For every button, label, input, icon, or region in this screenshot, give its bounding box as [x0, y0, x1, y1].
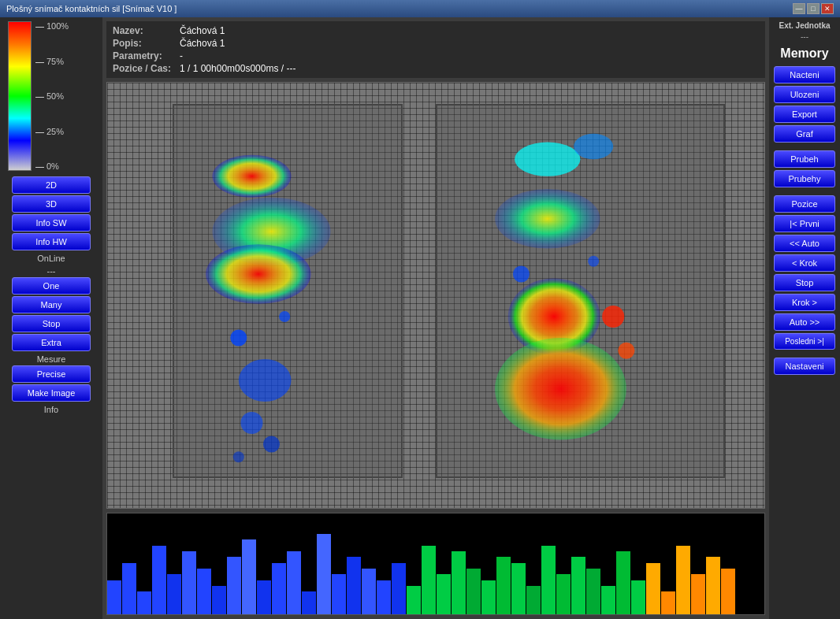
- btn-one[interactable]: One: [12, 277, 91, 295]
- ext-dash-label: ---: [801, 32, 808, 41]
- gradient-bar: [8, 21, 32, 171]
- scale-0: — 0%: [35, 161, 69, 171]
- btn-prubeh[interactable]: Prubeh: [774, 150, 835, 168]
- svg-point-4: [230, 329, 247, 346]
- label-mesure: Mesure: [37, 354, 66, 364]
- parametry-value: -: [180, 50, 434, 61]
- right-panel: Ext. Jednotka --- Memory Nacteni Ulozeni…: [769, 17, 840, 619]
- main-content: — 100% — 75% — 50% — 25% — 0%: [0, 17, 840, 619]
- svg-point-8: [233, 451, 244, 462]
- label-online: OnLine: [37, 254, 65, 263]
- title-bar-controls: — □ ✕: [793, 3, 834, 14]
- popis-label: Popis:: [113, 38, 176, 49]
- scale-25: — 25%: [35, 127, 69, 136]
- heatmap-overlay: [107, 83, 764, 508]
- btn-stop-left[interactable]: Stop: [12, 315, 91, 332]
- nazev-value: Čáchová 1: [180, 25, 434, 36]
- color-scale: — 100% — 75% — 50% — 25% — 0%: [8, 21, 95, 171]
- svg-point-5: [279, 311, 290, 322]
- btn-2d[interactable]: 2D: [12, 176, 91, 194]
- canvas-area: [106, 82, 765, 509]
- svg-point-17: [618, 343, 634, 359]
- btn-krok-back[interactable]: < Krok: [774, 254, 835, 272]
- info-bar: Nazev: Čáchová 1 Popis: Čáchová 1 Parame…: [106, 21, 765, 78]
- svg-point-7: [263, 436, 280, 452]
- parametry-label: Parametry:: [113, 50, 176, 61]
- pressure-chart: [107, 513, 764, 614]
- btn-auto-back[interactable]: << Auto: [774, 235, 835, 252]
- btn-prvni[interactable]: |< Prvni: [774, 215, 835, 232]
- svg-point-13: [495, 338, 626, 440]
- btn-make-image[interactable]: Make Image: [12, 384, 91, 402]
- btn-info-sw[interactable]: Info SW: [12, 214, 91, 232]
- btn-stop-right[interactable]: Stop: [774, 274, 835, 291]
- nazev-label: Nazev:: [113, 25, 176, 36]
- svg-point-11: [495, 189, 600, 249]
- svg-point-3: [239, 359, 292, 402]
- btn-many[interactable]: Many: [12, 296, 91, 313]
- scale-75: — 75%: [35, 57, 69, 66]
- center-panel: Nazev: Čáchová 1 Popis: Čáchová 1 Parame…: [102, 17, 769, 619]
- btn-export[interactable]: Export: [774, 106, 835, 123]
- btn-prubehy[interactable]: Prubehy: [774, 170, 835, 187]
- btn-graf[interactable]: Graf: [774, 125, 835, 143]
- svg-point-14: [513, 265, 530, 282]
- scale-100: — 100%: [35, 21, 69, 31]
- pozice-cas-label: Pozice / Cas:: [113, 63, 176, 74]
- btn-krok-fwd[interactable]: Krok >: [774, 294, 835, 311]
- scale-50: — 50%: [35, 91, 69, 101]
- pozice-cas-value: 1 / 1 00h00m00s000ms / ---: [180, 63, 434, 74]
- btn-nacteni[interactable]: Nacteni: [774, 66, 835, 83]
- svg-point-9: [515, 143, 580, 176]
- title-bar-text: Plošný snímač kontaktních sil [Snímač V1…: [6, 4, 177, 13]
- btn-pozice[interactable]: Pozice: [774, 195, 835, 213]
- btn-ulozeni[interactable]: Ulozeni: [774, 86, 835, 103]
- btn-posledni[interactable]: Posledni >|: [774, 333, 835, 350]
- btn-auto-fwd[interactable]: Auto >>: [774, 313, 835, 331]
- maximize-button[interactable]: □: [807, 3, 820, 14]
- sensor-grid: [107, 83, 764, 508]
- btn-extra[interactable]: Extra: [12, 334, 91, 351]
- label-info: Info: [44, 405, 58, 414]
- scale-labels: — 100% — 75% — 50% — 25% — 0%: [32, 21, 69, 171]
- svg-point-2: [206, 244, 310, 304]
- svg-point-15: [588, 256, 599, 267]
- popis-value: Čáchová 1: [180, 38, 434, 49]
- svg-point-6: [240, 412, 262, 434]
- btn-nastaveni[interactable]: Nastaveni: [774, 358, 835, 375]
- memory-label: Memory: [780, 46, 828, 61]
- label-dashes: ---: [47, 266, 56, 276]
- svg-point-0: [212, 155, 291, 198]
- btn-precise[interactable]: Precise: [12, 365, 91, 383]
- svg-point-10: [574, 134, 613, 159]
- close-button[interactable]: ✕: [821, 3, 834, 14]
- minimize-button[interactable]: —: [793, 3, 805, 14]
- ext-jednotka-label: Ext. Jednotka: [779, 21, 830, 30]
- btn-3d[interactable]: 3D: [12, 195, 91, 213]
- chart-area: [106, 513, 765, 615]
- left-panel: — 100% — 75% — 50% — 25% — 0%: [0, 17, 102, 619]
- btn-info-hw[interactable]: Info HW: [12, 233, 91, 250]
- title-bar: Plošný snímač kontaktních sil [Snímač V1…: [0, 0, 840, 17]
- svg-point-16: [602, 306, 624, 328]
